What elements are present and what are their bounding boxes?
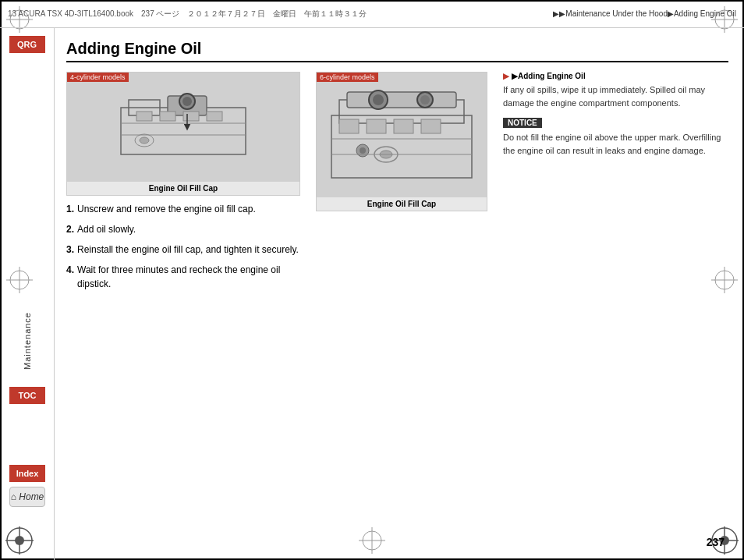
step-2: 2. Add oil slowly. [66,222,300,236]
svg-rect-39 [347,92,456,108]
qrg-button[interactable]: QRG [9,36,45,53]
svg-point-36 [140,137,149,144]
engine-image-6cyl [317,73,487,197]
home-icon: ⌂ Home [11,491,44,502]
step-1: 1. Unscrew and remove the engine oil fil… [66,202,300,216]
caption-6cyl: Engine Oil Fill Cap [317,197,487,211]
note-text: If any oil spills, wipe it up immediatel… [503,83,728,109]
caption-4cyl: Engine Oil Fill Cap [67,182,299,195]
page-number: 237 [707,536,725,548]
left-column: 4-cylinder models [66,72,300,297]
home-button[interactable]: ⌂ Home [9,487,45,507]
note-arrow-icon: ▶ [503,72,509,80]
svg-rect-46 [394,119,413,133]
page-title: Adding Engine Oil [66,40,728,62]
file-info: 13 ACURA TSX 4D-3ITL16400.book 237 ページ ２… [8,9,553,19]
middle-column: 6-cylinder models [316,72,487,297]
svg-point-51 [360,147,366,154]
svg-rect-45 [367,119,386,133]
engine-drawing-6cyl [324,76,480,193]
step-3: 3. Reinstall the engine oil fill cap, an… [66,243,300,257]
model-label-6cyl: 6-cylinder models [317,73,378,82]
note-header: ▶ ▶Adding Engine Oil [503,72,728,80]
svg-point-43 [420,95,430,105]
svg-point-27 [182,97,192,106]
svg-rect-31 [160,112,175,121]
engine-drawing-4cyl [105,84,261,170]
header-bar: 13 ACURA TSX 4D-3ITL16400.book 237 ページ ２… [0,0,744,28]
note-section: ▶ ▶Adding Engine Oil If any oil spills, … [503,72,728,109]
model-label-4cyl: 4-cylinder models [67,73,129,82]
right-column: ▶ ▶Adding Engine Oil If any oil spills, … [503,72,728,297]
index-button[interactable]: Index [9,465,45,482]
svg-rect-47 [421,119,441,133]
svg-point-41 [373,94,384,105]
content-columns: 4-cylinder models [66,72,728,297]
svg-rect-44 [339,119,359,133]
svg-rect-30 [136,112,152,121]
notice-label: NOTICE [503,118,542,128]
breadcrumb: ▶▶Maintenance Under the Hood▶Adding Engi… [553,9,736,18]
svg-rect-32 [183,112,199,121]
image-4cylinder: 4-cylinder models [66,72,300,196]
notice-box: NOTICE Do not fill the engine oil above … [503,117,728,157]
step-4: 4. Wait for three minutes and recheck th… [66,263,300,291]
notice-text: Do not fill the engine oil above the upp… [503,131,728,157]
svg-rect-33 [207,112,222,121]
image-6cylinder: 6-cylinder models [316,72,487,211]
main-content: Adding Engine Oil 4-cylinder models [55,28,744,560]
engine-image-4cyl [67,73,299,182]
sidebar: QRG TOC Maintenance Index ⌂ Home [0,28,55,560]
steps-list: 1. Unscrew and remove the engine oil fil… [66,202,300,291]
maintenance-label: Maintenance [0,262,55,420]
